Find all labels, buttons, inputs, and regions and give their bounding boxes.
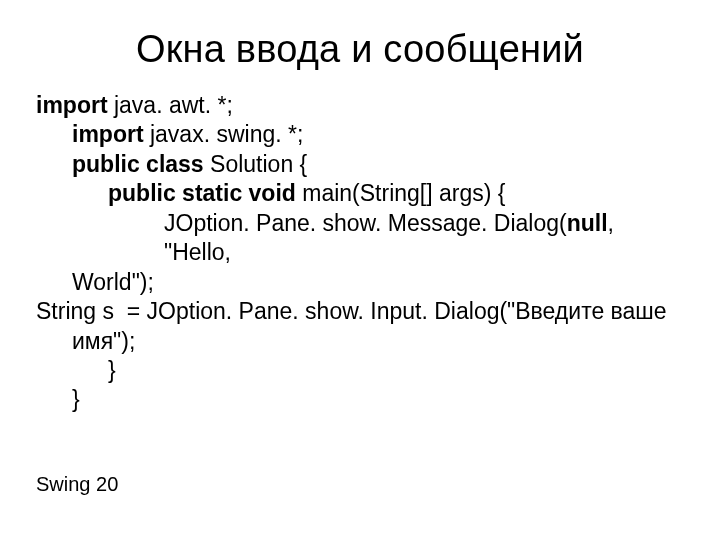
code-line: JOption. Pane. show. Message. Dialog(nul… — [36, 209, 684, 268]
code-line: имя"); — [36, 327, 684, 356]
code-text: Solution { — [210, 151, 307, 177]
code-text: main(String[] args) { — [302, 180, 505, 206]
slide-title: Окна ввода и сообщений — [0, 0, 720, 91]
code-text: String s = JOption. Pane. show. Input. D… — [36, 298, 667, 324]
code-text: World"); — [72, 269, 154, 295]
code-line: String s = JOption. Pane. show. Input. D… — [36, 297, 684, 326]
keyword-import: import — [72, 121, 144, 147]
code-block: import java. awt. *; import javax. swing… — [0, 91, 720, 415]
code-line: public static void main(String[] args) { — [36, 179, 684, 208]
slide: Окна ввода и сообщений import java. awt.… — [0, 0, 720, 540]
keyword-public-static-void: public static void — [108, 180, 302, 206]
code-text: имя"); — [72, 328, 135, 354]
slide-footer: Swing 20 — [36, 473, 118, 496]
keyword-null: null — [567, 210, 608, 236]
code-line: } — [36, 356, 684, 385]
code-line: import java. awt. *; — [36, 91, 684, 120]
keyword-import: import — [36, 92, 108, 118]
code-text: JOption. Pane. show. Message. Dialog( — [164, 210, 567, 236]
code-text: javax. swing. *; — [144, 121, 304, 147]
code-line: public class Solution { — [36, 150, 684, 179]
code-line: } — [36, 385, 684, 414]
code-text: java. awt. *; — [108, 92, 233, 118]
code-text: } — [108, 357, 116, 383]
code-line: World"); — [36, 268, 684, 297]
code-text: } — [72, 386, 80, 412]
keyword-public-class: public class — [72, 151, 210, 177]
code-line: import javax. swing. *; — [36, 120, 684, 149]
